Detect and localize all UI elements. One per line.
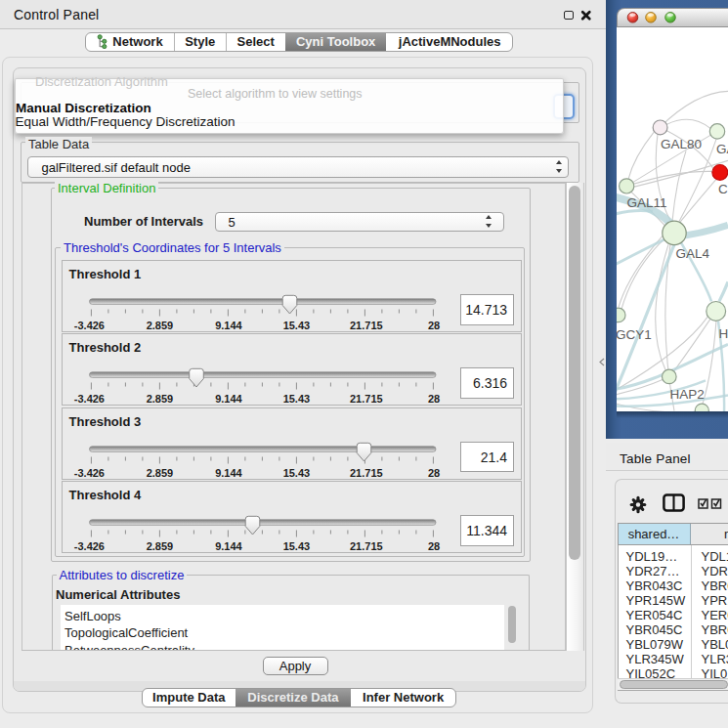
svg-text:H: H [719,326,728,341]
svg-text:HAP2: HAP2 [670,387,705,402]
svg-text:9.144: 9.144 [215,466,242,478]
svg-text:28: 28 [427,466,439,478]
svg-text:28: 28 [427,320,439,331]
svg-text:-3.426: -3.426 [73,466,104,478]
svg-text:21.715: 21.715 [349,540,382,552]
svg-text:-3.426: -3.426 [73,540,104,552]
svg-text:-3.426: -3.426 [73,320,104,331]
svg-text:GAL80: GAL80 [661,136,702,150]
svg-text:C: C [718,182,728,196]
svg-text:9.144: 9.144 [215,540,242,552]
svg-text:2.859: 2.859 [146,320,173,331]
svg-text:GAL4: GAL4 [676,246,710,261]
svg-text:28: 28 [427,393,439,405]
svg-text:GAL11: GAL11 [627,194,667,209]
svg-text:2.859: 2.859 [146,466,173,478]
svg-text:15.43: 15.43 [282,393,310,405]
svg-text:21.715: 21.715 [349,320,382,331]
svg-text:-3.426: -3.426 [73,393,104,405]
svg-text:21.715: 21.715 [349,466,382,478]
svg-text:15.43: 15.43 [282,320,310,331]
svg-text:9.144: 9.144 [215,393,242,405]
svg-text:9.144: 9.144 [215,320,242,331]
svg-text:15.43: 15.43 [282,466,310,478]
svg-text:15.43: 15.43 [282,540,310,552]
svg-text:2.859: 2.859 [146,393,173,405]
svg-text:21.715: 21.715 [349,393,382,405]
svg-text:GA: GA [716,141,728,155]
svg-text:GCY1: GCY1 [617,327,652,342]
svg-text:28: 28 [427,540,439,552]
svg-text:2.859: 2.859 [146,540,173,552]
